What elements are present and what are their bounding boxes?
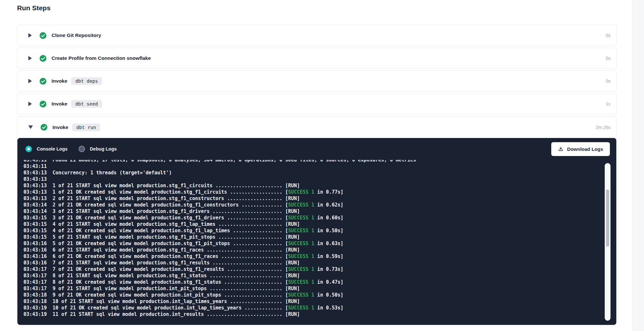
- step-label: Invoke: [52, 124, 68, 130]
- log-line: 03:43:17 7 of 21 OK created sql view mod…: [24, 266, 616, 272]
- log-line: 03:43:14 3 of 21 START sql view model pr…: [24, 208, 616, 215]
- step-row-dbt-run[interactable]: Invoke dbt run 2m 26s: [17, 116, 616, 138]
- step-card-dbt-seed: Invoke dbt seed 1s: [17, 93, 617, 115]
- page-edge-strip: [632, 0, 644, 331]
- step-row-dbt-seed[interactable]: Invoke dbt seed 1s: [17, 94, 616, 114]
- log-line: 03:43:17 8 of 21 START sql view model pr…: [24, 272, 616, 279]
- step-card-clone-git-repository: Clone Git Repository 0s: [17, 25, 617, 46]
- log-line: 03:43:16 5 of 21 OK created sql view mod…: [24, 240, 616, 247]
- log-line: 03:43:19 10 of 21 OK created sql view mo…: [24, 305, 616, 311]
- debug-logs-label: Debug Logs: [90, 146, 117, 152]
- step-duration: 1s: [606, 101, 611, 106]
- log-line: 03:43:13 1 of 21 OK created sql view mod…: [24, 189, 616, 195]
- log-line: 03:43:18 10 of 21 START sql view model p…: [24, 298, 616, 305]
- caret-right-icon[interactable]: [28, 56, 32, 60]
- log-line: 03:43:13 Concurrency: 1 threads (target=…: [24, 170, 616, 176]
- debug-logs-radio-option[interactable]: Debug Logs: [79, 146, 117, 152]
- radio-selected-icon[interactable]: [25, 146, 32, 152]
- log-line: 03:43:14 2 of 21 OK created sql view mod…: [24, 202, 616, 208]
- step-row-dbt-deps[interactable]: Invoke dbt deps 0s: [17, 71, 616, 91]
- log-line: 03:43:15 4 of 21 OK created sql view mod…: [24, 227, 616, 234]
- log-line: 03:43:11: [24, 163, 616, 170]
- step-row-create-profile[interactable]: Create Profile from Connection snowflake…: [17, 48, 616, 69]
- step-duration: 0s: [606, 78, 611, 84]
- console-logs-label: Console Logs: [37, 146, 68, 152]
- console-log-output[interactable]: 03:43:11 Found 21 models, 17 tests, 0 sn…: [17, 160, 616, 325]
- page-title: Run Steps: [17, 4, 51, 12]
- download-tray-icon: [558, 146, 564, 152]
- step-label: Invoke: [52, 101, 67, 107]
- log-line: 03:43:16 7 of 21 START sql view model pr…: [24, 260, 616, 266]
- console-logs-radio-option[interactable]: Console Logs: [25, 146, 68, 152]
- check-circle-icon: [40, 124, 48, 131]
- log-line: 03:43:13 2 of 21 START sql view model pr…: [24, 195, 616, 202]
- command-badge: dbt seed: [71, 100, 102, 108]
- log-line: 03:43:16 6 of 21 START sql view model pr…: [24, 247, 616, 253]
- step-duration: 0s: [606, 33, 611, 38]
- console-panel: Console Logs Debug Logs Download Logs: [17, 138, 616, 325]
- download-logs-button[interactable]: Download Logs: [551, 142, 610, 156]
- console-log-lines: 03:43:11 Found 21 models, 17 tests, 0 sn…: [24, 160, 616, 317]
- check-circle-icon: [39, 78, 47, 85]
- step-card-dbt-run: Invoke dbt run 2m 26s Console Logs Debug…: [17, 116, 617, 325]
- log-line: 03:43:16 6 of 21 OK created sql view mod…: [24, 253, 616, 260]
- step-card-dbt-deps: Invoke dbt deps 0s: [17, 70, 617, 92]
- step-duration: 2m 26s: [596, 125, 611, 130]
- step-label: Clone Git Repository: [52, 32, 101, 38]
- step-duration: 0s: [606, 56, 611, 61]
- log-line: 03:43:17 8 of 21 OK created sql view mod…: [24, 279, 616, 285]
- run-steps-list: Clone Git Repository 0s Create Profile f…: [17, 25, 617, 327]
- download-logs-button-label: Download Logs: [567, 146, 603, 152]
- log-line: 03:43:11 Found 21 models, 17 tests, 0 sn…: [24, 160, 616, 163]
- log-line: 03:43:15 5 of 21 START sql view model pr…: [24, 234, 616, 240]
- caret-right-icon[interactable]: [28, 102, 32, 106]
- log-line: 03:43:18 9 of 21 OK created sql view mod…: [24, 292, 616, 298]
- console-scrollbar-track[interactable]: [605, 163, 611, 321]
- check-circle-icon: [39, 32, 47, 39]
- run-steps-page: Run Steps Clone Git Repository 0s Create…: [0, 0, 644, 331]
- console-controls: Console Logs Debug Logs Download Logs: [17, 138, 616, 160]
- log-line: 03:43:17 9 of 21 START sql view model pr…: [24, 285, 616, 292]
- step-label: Invoke: [52, 78, 67, 84]
- check-circle-icon: [39, 55, 47, 62]
- step-card-create-profile: Create Profile from Connection snowflake…: [17, 48, 617, 69]
- radio-unselected-icon[interactable]: [79, 146, 85, 152]
- caret-right-icon[interactable]: [28, 79, 32, 83]
- log-line: 03:43:15 3 of 21 OK created sql view mod…: [24, 215, 616, 221]
- check-circle-icon: [39, 100, 47, 108]
- caret-down-icon[interactable]: [28, 125, 33, 129]
- step-row-clone-git-repository[interactable]: Clone Git Repository 0s: [17, 25, 616, 46]
- command-badge: dbt deps: [71, 77, 102, 85]
- caret-right-icon[interactable]: [28, 33, 32, 38]
- command-badge: dbt run: [72, 124, 100, 131]
- step-label: Create Profile from Connection snowflake: [52, 55, 151, 61]
- log-line: 03:43:13 1 of 21 START sql view model pr…: [24, 182, 616, 189]
- log-line: 03:43:13: [24, 176, 616, 182]
- log-line: 03:43:15 4 of 21 START sql view model pr…: [24, 221, 616, 227]
- console-scrollbar-thumb[interactable]: [606, 189, 609, 247]
- log-line: 03:43:19 11 of 21 START sql view model p…: [24, 311, 616, 317]
